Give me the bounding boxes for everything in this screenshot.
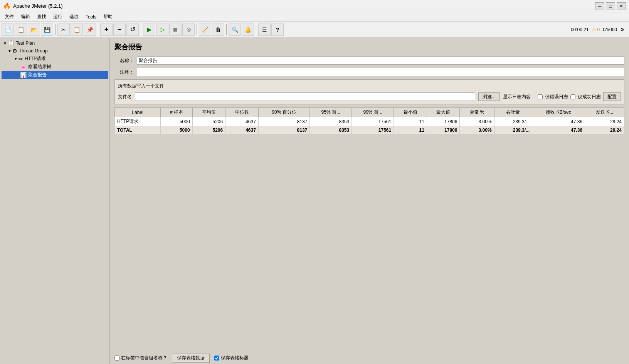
menu-tools[interactable]: Tools bbox=[82, 13, 99, 20]
warning-badge: ⚠ 0 bbox=[592, 27, 600, 32]
aggregate-label: 聚合报告 bbox=[28, 72, 47, 78]
col-median: 中位数 bbox=[225, 108, 259, 117]
list-button[interactable]: ☰ bbox=[258, 23, 271, 36]
name-row: 名称： bbox=[114, 56, 624, 65]
success-log-checkbox[interactable] bbox=[570, 94, 575, 99]
http-request-icon: ✏ bbox=[18, 56, 23, 62]
warning-count: 0 bbox=[597, 27, 600, 32]
menu-file[interactable]: 文件 bbox=[2, 13, 17, 21]
col-95pct: 95% 百... bbox=[310, 108, 352, 117]
error-log-checkbox[interactable] bbox=[538, 94, 543, 99]
cell-total-label: TOTAL bbox=[115, 126, 161, 134]
settings-icon[interactable]: ⚙ bbox=[620, 27, 624, 32]
search-button[interactable]: 🔍 bbox=[229, 23, 241, 36]
cell-send: 29.24 bbox=[585, 117, 624, 126]
help-button[interactable]: ? bbox=[271, 23, 284, 36]
cell-total-median: 4637 bbox=[225, 126, 259, 134]
include-group-name-checkbox[interactable] bbox=[114, 356, 119, 361]
save-table-title-checkbox[interactable] bbox=[214, 356, 219, 361]
http-request-label: HTTP请求 bbox=[25, 55, 46, 62]
cell-90pct: 8137 bbox=[258, 117, 309, 126]
cell-samples: 5000 bbox=[161, 117, 192, 126]
cell-total-avg: 5206 bbox=[192, 126, 225, 134]
col-min: 最小值 bbox=[394, 108, 427, 117]
col-send: 发送 K... bbox=[585, 108, 624, 117]
tree-arrow: ▼ bbox=[3, 41, 7, 45]
open-button[interactable]: 📂 bbox=[28, 23, 40, 36]
cell-total-throughput: 239.3/... bbox=[494, 126, 532, 134]
app-icon: 🔥 bbox=[3, 2, 11, 10]
menu-options[interactable]: 选项 bbox=[66, 13, 82, 21]
close-button[interactable]: ✕ bbox=[617, 2, 626, 10]
col-99pct: 99% 百... bbox=[352, 108, 394, 117]
cut-button[interactable]: ✂ bbox=[57, 23, 70, 36]
file-section: 所有数据写入一个文件 文件名 浏览... 显示日志内容： 仅错误日志 仅成功日志… bbox=[114, 79, 624, 104]
test-plan-icon: 📋 bbox=[8, 40, 14, 46]
timer-display: 00:00:21 bbox=[571, 27, 589, 32]
cell-total-max: 17806 bbox=[427, 126, 460, 134]
sample-count: 0/5000 bbox=[603, 27, 617, 32]
success-log-label: 仅成功日志 bbox=[578, 94, 601, 100]
save-button[interactable]: 💾 bbox=[41, 23, 53, 36]
maximize-button[interactable]: □ bbox=[606, 2, 615, 10]
bottom-bar: 在标签中包含组名称？ 保存表格数据 保存表格标题 bbox=[110, 352, 629, 364]
log-options: 显示日志内容： 仅错误日志 仅成功日志 配置 bbox=[503, 92, 621, 101]
minimize-button[interactable]: ─ bbox=[595, 2, 604, 10]
tree-arrow-2: ▼ bbox=[8, 49, 12, 53]
cell-total-recv: 47.36 bbox=[532, 126, 585, 134]
file-name-input[interactable] bbox=[135, 92, 475, 101]
paste-button[interactable]: 📌 bbox=[84, 23, 96, 36]
cell-recv: 47.36 bbox=[532, 117, 585, 126]
include-group-name-group: 在标签中包含组名称？ bbox=[114, 355, 167, 361]
start-button[interactable]: ▶ bbox=[143, 23, 155, 36]
sidebar-item-thread-group[interactable]: ▼ ⚙ Thread Group bbox=[2, 47, 108, 55]
start-no-pause-button[interactable]: ▷ bbox=[156, 23, 168, 36]
menu-help[interactable]: 帮助 bbox=[100, 13, 116, 21]
cell-avg: 5206 bbox=[192, 117, 225, 126]
cell-total-95pct: 8353 bbox=[310, 126, 352, 134]
main-area: ▼ 📋 Test Plan ▼ ⚙ Thread Group ▼ ✏ HTTP请… bbox=[0, 38, 629, 364]
save-table-title-group: 保存表格标题 bbox=[214, 355, 249, 361]
sidebar-item-test-plan[interactable]: ▼ 📋 Test Plan bbox=[2, 39, 108, 47]
sidebar-item-view-results[interactable]: 🌸 察看结果树 bbox=[2, 63, 108, 71]
col-label: Label bbox=[115, 108, 161, 117]
cell-95pct: 8353 bbox=[310, 117, 352, 126]
cell-total-samples: 5000 bbox=[161, 126, 192, 134]
sidebar: ▼ 📋 Test Plan ▼ ⚙ Thread Group ▼ ✏ HTTP请… bbox=[0, 38, 110, 364]
menu-find[interactable]: 查找 bbox=[34, 13, 49, 21]
menu-run[interactable]: 运行 bbox=[50, 13, 66, 21]
sidebar-item-http-request[interactable]: ▼ ✏ HTTP请求 bbox=[2, 55, 108, 63]
copy-button[interactable]: 📋 bbox=[71, 23, 83, 36]
config-button[interactable]: 配置 bbox=[603, 92, 621, 101]
templates-button[interactable]: 📋 bbox=[15, 23, 27, 36]
reset-button[interactable]: ↺ bbox=[126, 23, 139, 36]
reset-search-button[interactable]: 🔔 bbox=[242, 23, 254, 36]
comment-input[interactable] bbox=[137, 68, 624, 76]
col-90pct: 90% 百分位 bbox=[258, 108, 309, 117]
save-table-data-button[interactable]: 保存表格数据 bbox=[172, 354, 210, 363]
shutdown-button[interactable]: ⊗ bbox=[182, 23, 195, 36]
clear-all-button[interactable]: 🗑 bbox=[212, 23, 224, 36]
col-recv: 接收 KB/sec bbox=[532, 108, 585, 117]
toolbar: 📄 📋 📂 💾 ✂ 📋 📌 + − ↺ ▶ ▷ ⏹ ⊗ 🧹 🗑 🔍 🔔 ☰ ? … bbox=[0, 22, 629, 38]
menu-edit[interactable]: 编辑 bbox=[18, 13, 33, 21]
aggregate-icon: 📊 bbox=[20, 72, 27, 78]
cell-total-min: 11 bbox=[394, 126, 427, 134]
remove-button[interactable]: − bbox=[113, 23, 126, 36]
cell-throughput: 239.3/... bbox=[494, 117, 532, 126]
col-throughput: 吞吐量 bbox=[494, 108, 532, 117]
comment-row: 注释： bbox=[114, 68, 624, 76]
cell-error: 3.00% bbox=[460, 117, 494, 126]
cell-99pct: 17561 bbox=[352, 117, 394, 126]
cell-max: 17806 bbox=[427, 117, 460, 126]
name-input[interactable] bbox=[137, 56, 624, 65]
table-row: HTTP请求 5000 5206 4637 8137 8353 17561 11… bbox=[115, 117, 624, 126]
new-button[interactable]: 📄 bbox=[2, 23, 14, 36]
thread-group-label: Thread Group bbox=[19, 48, 48, 54]
sidebar-item-aggregate-report[interactable]: 📊 聚合报告 bbox=[2, 71, 108, 79]
stop-button[interactable]: ⏹ bbox=[169, 23, 182, 36]
browse-button[interactable]: 浏览... bbox=[478, 92, 500, 101]
add-button[interactable]: + bbox=[100, 23, 113, 36]
view-results-label: 察看结果树 bbox=[28, 64, 51, 70]
clear-button[interactable]: 🧹 bbox=[199, 23, 211, 36]
